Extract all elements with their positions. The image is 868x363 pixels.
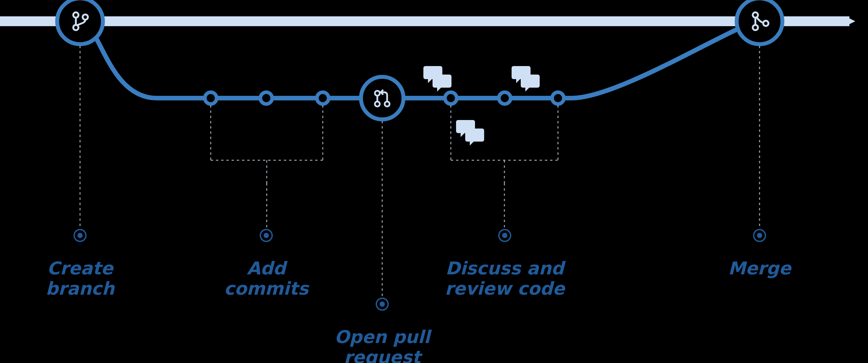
create-branch-node xyxy=(57,0,103,44)
step-label-merge: Merge xyxy=(678,258,841,279)
bullet-create-branch xyxy=(74,229,86,241)
svg-point-0 xyxy=(57,0,103,44)
svg-point-8 xyxy=(361,77,403,119)
step-label-create-branch: Create branch xyxy=(0,258,162,299)
bullet-add-commits xyxy=(260,229,272,241)
pull-request-node xyxy=(361,77,403,119)
step-label-discuss: Discuss and review code xyxy=(423,258,586,299)
svg-point-13 xyxy=(260,92,272,104)
svg-point-16 xyxy=(499,92,510,104)
discuss-dot-2 xyxy=(552,92,564,104)
comment-icon-0 xyxy=(423,66,452,91)
step-label-open-pr: Open pull request xyxy=(301,327,464,363)
bullet-open-pr xyxy=(376,298,388,310)
svg-point-12 xyxy=(205,92,217,104)
feature-branch-line xyxy=(80,21,760,98)
svg-point-4 xyxy=(737,0,782,44)
github-flow-diagram xyxy=(0,0,868,363)
svg-point-21 xyxy=(264,233,269,238)
svg-point-27 xyxy=(757,233,762,238)
commit-dot-0 xyxy=(205,92,217,104)
svg-point-17 xyxy=(552,92,564,104)
commit-dot-2 xyxy=(317,92,329,104)
svg-point-25 xyxy=(502,233,507,238)
svg-point-14 xyxy=(317,92,329,104)
svg-point-19 xyxy=(78,233,83,238)
discuss-dot-0 xyxy=(445,92,457,104)
comment-icon-2 xyxy=(456,120,484,145)
bullet-merge xyxy=(754,229,766,241)
merge-node xyxy=(737,0,782,44)
bullet-discuss xyxy=(499,229,510,241)
svg-point-23 xyxy=(380,302,385,307)
step-label-add-commits: Add commits xyxy=(185,258,348,299)
comment-icon-1 xyxy=(512,66,540,91)
svg-point-15 xyxy=(445,92,457,104)
discuss-dot-1 xyxy=(499,92,510,104)
commit-dot-1 xyxy=(260,92,272,104)
